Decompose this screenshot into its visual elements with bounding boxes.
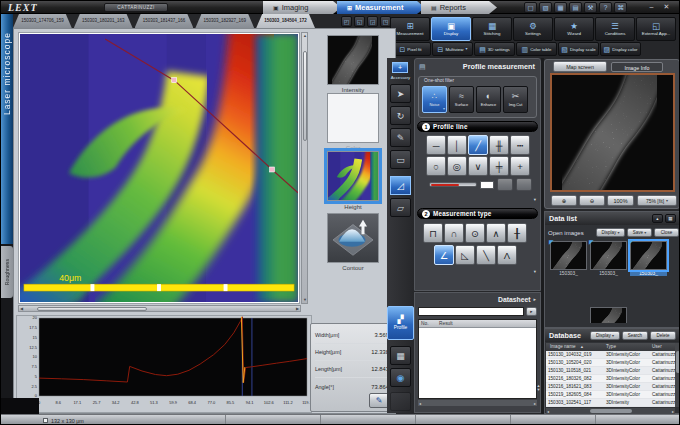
measurement-type-tool-0[interactable]: ∠: [434, 245, 454, 265]
ribbon-button-conditions[interactable]: ☰Conditions: [595, 17, 635, 41]
login-key-icon[interactable]: ⌘: [614, 2, 627, 13]
color-thumbnail[interactable]: [327, 93, 379, 143]
database-vertical-scrollbar[interactable]: [675, 343, 680, 407]
scroll-right-icon[interactable]: ▶: [296, 307, 299, 311]
close-button[interactable]: ✕: [660, 2, 673, 13]
zoom-fit-dropdown[interactable]: 75% [fit] ▾: [637, 195, 677, 206]
new-file-icon[interactable]: ▢: [524, 2, 537, 13]
profile-line-tool-3[interactable]: ╫: [489, 135, 509, 155]
profile-line-tool-4[interactable]: ┅: [510, 135, 530, 155]
intensity-thumbnail[interactable]: [327, 35, 379, 85]
measurement-type-tool-4[interactable]: ╂: [507, 223, 527, 243]
datasheet-scrollbar[interactable]: ◂ ▸: [418, 400, 537, 406]
database-row[interactable]: 150130_110518_0213DIntensityColorCattari…: [546, 367, 675, 375]
display-dropdown-button[interactable]: Display▾: [596, 228, 625, 237]
profile-line-tool-2[interactable]: ╱: [468, 135, 488, 155]
tab-imaging[interactable]: ▣ Imaging: [263, 1, 341, 14]
file-tab[interactable]: 150303_180201_163: [74, 14, 133, 28]
open-image-thumb-2[interactable]: ◤ 150303_: [590, 241, 627, 276]
database-table-header[interactable]: Image name ▴ Type User: [546, 343, 675, 351]
scroll-left-icon[interactable]: ◂: [419, 401, 421, 406]
layout-quad-icon[interactable]: ◲: [367, 16, 378, 27]
profile-line-tool-4[interactable]: +: [510, 156, 530, 176]
export-report-button[interactable]: ✎: [369, 393, 389, 408]
profile-line-tool-1[interactable]: ◎: [447, 156, 467, 176]
ribbon-button-3d-settings[interactable]: ▤3D settings: [474, 42, 515, 56]
measurement-type-tool-0[interactable]: ⊓: [423, 223, 443, 243]
scroll-left-icon[interactable]: ◀: [20, 307, 23, 311]
help-icon[interactable]: ?: [599, 2, 612, 13]
open-image-thumb-1[interactable]: ◤ 150303_: [550, 241, 587, 276]
file-tab[interactable]: 150303_174706_159: [13, 14, 72, 28]
filter-img-cut-button[interactable]: ✂Img.Cut: [503, 86, 528, 113]
measurement-type-tool-3[interactable]: Λ: [497, 245, 517, 265]
section-caret-icon[interactable]: ▾: [534, 269, 536, 274]
map-overview-image[interactable]: [550, 73, 675, 192]
profile-line-tool-1[interactable]: │: [447, 135, 467, 155]
zoom-in-button[interactable]: ⊕: [551, 195, 577, 206]
ribbon-button-stitching[interactable]: ▦Stitching: [472, 17, 512, 41]
ribbon-button-settings[interactable]: ⚙Settings: [513, 17, 553, 41]
datasheet-filter-button[interactable]: ▸: [526, 307, 537, 316]
database-row[interactable]: 150216_181621_0833DIntensityColorCattari…: [546, 383, 675, 391]
contour-thumbnail[interactable]: [327, 213, 379, 263]
collapse-button[interactable]: ▴: [652, 214, 663, 223]
ribbon-button-color-table[interactable]: ▥Color table: [516, 42, 557, 56]
tools-icon[interactable]: ⚒: [584, 2, 597, 13]
tab-reports[interactable]: ▤ Reports: [421, 1, 497, 14]
db-display-dropdown-button[interactable]: Display▾: [590, 331, 620, 340]
measurement-type-tool-2[interactable]: ╲: [476, 245, 496, 265]
line-width-slider[interactable]: [429, 182, 477, 187]
user-button[interactable]: CATTARINUZZI: [104, 3, 168, 12]
measurement-type-tool-2[interactable]: ⊙: [465, 223, 485, 243]
db-delete-button[interactable]: Delete: [650, 331, 676, 340]
dataset-button[interactable]: ▦: [390, 346, 411, 365]
tab-image-info[interactable]: Image Info: [611, 62, 663, 72]
accessory-expand-button[interactable]: +: [392, 62, 408, 73]
profile-line-tool-0[interactable]: ○: [426, 156, 446, 176]
ribbon-button-display[interactable]: ▣Display: [431, 17, 471, 41]
measurement-type-tool-1[interactable]: ∩: [444, 223, 464, 243]
splitter-arrows[interactable]: ▲▼: [536, 384, 541, 393]
grid-view-button[interactable]: ▦: [665, 214, 676, 223]
ribbon-button-multiview[interactable]: ⊟Multiview▾: [432, 42, 473, 56]
filter-surface-button[interactable]: ≈Surface: [449, 86, 474, 113]
ribbon-button-external-app-[interactable]: ◱External App...: [636, 17, 676, 41]
open-folder-icon[interactable]: ▧: [539, 2, 552, 13]
tab-measurement[interactable]: ⊞ Measurement: [337, 1, 425, 14]
ribbon-button-wizard[interactable]: ★Wizard: [554, 17, 594, 41]
ribbon-button-display-scale[interactable]: ▧Display scale: [558, 42, 599, 56]
file-tab[interactable]: 150303_184504_172: [256, 14, 315, 28]
zoom-out-button[interactable]: ⊖: [579, 195, 605, 206]
zoom-100-button[interactable]: 100%: [607, 195, 634, 206]
save-dropdown-button[interactable]: Save▾: [627, 228, 652, 237]
tab-map-screen[interactable]: Map screen: [553, 61, 607, 72]
profile-line-tool-3[interactable]: ╪: [489, 156, 509, 176]
measurement-type-tool-1[interactable]: ◺: [455, 245, 475, 265]
expand-right-icon[interactable]: ▸: [533, 296, 536, 302]
measurement-type-tool-3[interactable]: ∧: [486, 223, 506, 243]
profile-line-tool-0[interactable]: ─: [426, 135, 446, 155]
viewport-vertical-scrollbar[interactable]: ▲ ▼: [301, 32, 308, 304]
profile-measure-button[interactable]: ◿: [390, 176, 411, 195]
pointer-3d-button[interactable]: ➤: [390, 84, 411, 103]
ribbon-button-measurement[interactable]: ⊞Measurement: [390, 17, 430, 41]
measure-handle-end[interactable]: [270, 167, 275, 172]
scroll-down-icon[interactable]: ▼: [303, 298, 307, 302]
height-map-viewport[interactable]: 40μm: [18, 32, 300, 304]
scroll-left-icon[interactable]: ◂: [547, 409, 549, 414]
roughness-side-tab[interactable]: Roughness: [1, 246, 13, 298]
report-page-button[interactable]: ▱: [390, 198, 411, 217]
layout-split-icon[interactable]: ◱: [354, 16, 365, 27]
scroll-right-icon[interactable]: ▸: [672, 409, 674, 414]
print-icon[interactable]: ▤: [569, 2, 582, 13]
filter-enhance-button[interactable]: ◐Enhance: [476, 86, 501, 113]
profile-mode-tab[interactable]: ▞ Profile: [387, 306, 414, 340]
close-image-button[interactable]: Close: [654, 228, 679, 237]
save-icon[interactable]: ▦: [554, 2, 567, 13]
database-row[interactable]: 150219_182605_0843DIntensityColorCattari…: [546, 391, 675, 399]
db-search-button[interactable]: Search: [622, 331, 648, 340]
measure-handle-start[interactable]: [172, 78, 177, 83]
file-tab[interactable]: 150303_182927_169: [195, 14, 254, 28]
file-tab[interactable]: 150303_181437_166: [135, 14, 194, 28]
